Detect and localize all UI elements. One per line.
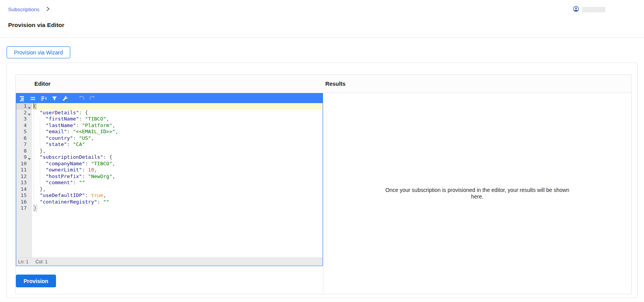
format-icon[interactable] (18, 95, 26, 102)
table-body-row: 1234567891011121314151617 {"userDetails"… (16, 93, 631, 294)
breadcrumb: Subscriptions (8, 6, 50, 13)
transform-icon[interactable] (51, 95, 58, 102)
user-menu[interactable] (573, 6, 605, 14)
gutter-line-number: 8 (16, 148, 32, 154)
gutter-line-number: 6 (16, 135, 32, 142)
gutter-line-number: 11 (16, 167, 32, 173)
code-line: "comment": "" (34, 180, 323, 186)
code-line: } (34, 205, 323, 212)
code-line: }, (34, 148, 323, 154)
gutter-line-number: 13 (16, 180, 32, 186)
actions-row: Provision via Wizard (0, 38, 644, 58)
breadcrumb-link-subscriptions[interactable]: Subscriptions (8, 7, 39, 12)
code-line: "containerRegistry": "" (34, 199, 323, 205)
chevron-right-icon (46, 6, 50, 13)
gutter-line-number: 17 (16, 205, 32, 212)
sort-icon[interactable] (40, 95, 48, 102)
gutter-line-number: 15 (16, 192, 32, 199)
code-line: "firstName": "TIBCO", (34, 116, 323, 122)
results-panel-header: Results (323, 75, 631, 93)
editor-code[interactable]: {"userDetails": {"firstName": "TIBCO","l… (32, 103, 323, 258)
statusbar-column: Col: 1 (36, 259, 48, 265)
code-line: "country": "US", (34, 135, 323, 142)
gutter-line-number: 9 (16, 154, 32, 161)
gutter-line-number: 4 (16, 122, 32, 129)
gutter-line-number: 12 (16, 173, 32, 180)
code-line: "hostPrefix": "NewOrg", (34, 173, 323, 180)
editor-panel: 1234567891011121314151617 {"userDetails"… (16, 93, 323, 294)
table-header-row: Editor Results (16, 75, 631, 93)
gutter-line-number: 2 (16, 110, 32, 116)
page-title: Provision via Editor (8, 22, 644, 29)
code-line: "userDetails": { (34, 110, 323, 116)
editor-panel-header: Editor (16, 75, 323, 93)
editor-toolbar (16, 93, 323, 103)
code-line: "useDefaultIDP": true, (34, 192, 323, 199)
editor-statusbar: Ln: 1 Col: 1 (16, 258, 323, 266)
user-name-redacted (582, 7, 605, 12)
code-line: }, (34, 186, 323, 193)
gutter-line-number: 16 (16, 199, 32, 205)
editor-gutter: 1234567891011121314151617 (16, 103, 32, 258)
editor-body: 1234567891011121314151617 {"userDetails"… (16, 103, 323, 258)
code-line: "subscriptionDetails": { (34, 154, 323, 161)
gutter-line-number: 7 (16, 141, 32, 148)
redo-icon[interactable] (88, 95, 96, 102)
code-line: "lastName": "Platform", (34, 122, 323, 129)
json-editor: 1234567891011121314151617 {"userDetails"… (16, 93, 323, 266)
repair-icon[interactable] (61, 95, 69, 102)
gutter-line-number: 14 (16, 186, 32, 193)
results-placeholder: Once your subscription is provisioned in… (379, 187, 576, 200)
compact-icon[interactable] (29, 95, 37, 102)
provision-via-wizard-button[interactable]: Provision via Wizard (7, 46, 70, 58)
provision-button[interactable]: Provision (16, 275, 56, 287)
results-panel: Once your subscription is provisioned in… (323, 93, 631, 294)
app-root: Subscriptions Provision via Editor Provi… (0, 0, 644, 298)
code-line: { (32, 103, 323, 110)
editor-results-table: Editor Results 1234567891011121314151617… (15, 75, 632, 294)
undo-icon[interactable] (78, 95, 85, 102)
code-line: "state": "CA" (34, 141, 323, 148)
top-bar: Subscriptions (0, 0, 644, 14)
code-line: "companyName": "TIBCO", (34, 161, 323, 167)
gutter-line-number: 10 (16, 161, 32, 167)
gutter-line-number: 1 (16, 103, 32, 110)
code-line: "ownerLimit": 10, (34, 167, 323, 173)
user-avatar-icon (573, 6, 579, 14)
provision-card: Editor Results 1234567891011121314151617… (7, 63, 638, 298)
gutter-line-number: 5 (16, 129, 32, 135)
statusbar-line: Ln: 1 (18, 259, 29, 265)
code-line: "email": "<<EMAIL_ID>>", (34, 129, 323, 135)
gutter-line-number: 3 (16, 116, 32, 122)
